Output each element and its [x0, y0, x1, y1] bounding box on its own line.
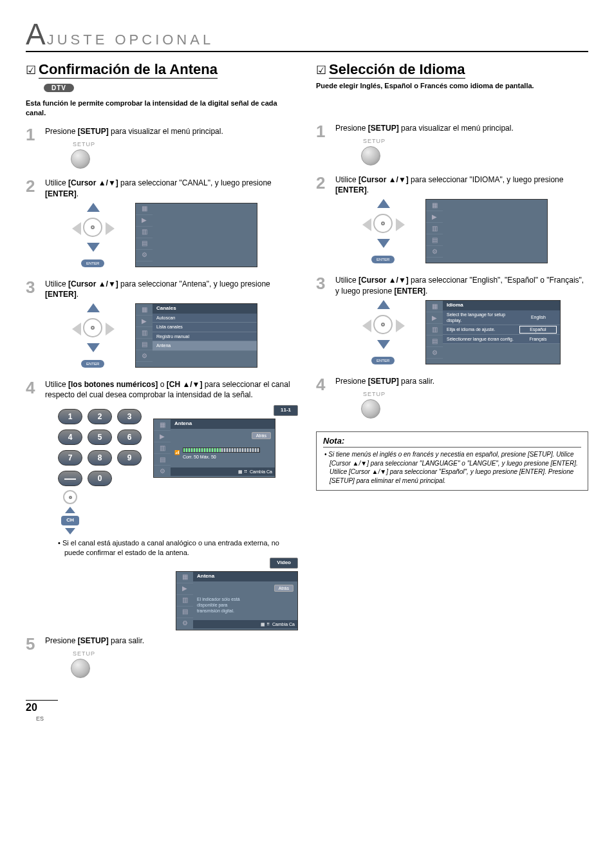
arrow-right-icon — [106, 323, 115, 335]
signal-meter-label: Corr. 50 Máx. 50 — [183, 454, 260, 460]
menu-icon: ▶ — [154, 431, 171, 442]
menu-icon: ▤ — [154, 454, 171, 466]
text: Utilice — [45, 380, 68, 389]
step-number: 1 — [316, 123, 329, 169]
section-title-language: Selección de Idioma — [329, 61, 465, 79]
osd-blank-menu: ▦▶▥▤⚙ — [425, 199, 548, 263]
enter-pill: ENTER — [81, 259, 104, 267]
ch-label: CH — [61, 516, 79, 525]
arrow-left-icon — [362, 218, 371, 231]
text: Utilice — [335, 175, 358, 184]
step-body: Utilice [Cursor ▲/▼] para seleccionar "C… — [45, 178, 298, 273]
setup-key-label: [SETUP] — [368, 377, 399, 386]
menu-icon: ▥ — [426, 324, 443, 335]
step-body: Utilice [los botones numéricos] o [CH ▲/… — [45, 379, 298, 630]
setup-key-label: [SETUP] — [78, 127, 109, 136]
numeric-buttons-label: [los botones numéricos] — [68, 380, 158, 389]
enter-pill: ENTER — [81, 360, 104, 368]
text: Presione — [45, 636, 78, 645]
osd-lang-value-selected: Español — [520, 326, 556, 332]
intro-text-right: Puede elegir Inglés, Español o Francés c… — [316, 81, 588, 90]
enter-pill: ENTER — [371, 357, 395, 364]
osd-blank-menu: ▦▶▥▤⚙ — [135, 203, 257, 267]
menu-icon: ⚙ — [426, 347, 443, 359]
menu-icon: ▦ — [426, 200, 443, 211]
step-row: 2 Utilice [Cursor ▲/▼] para seleccionar … — [316, 175, 588, 270]
step-number: 3 — [26, 279, 39, 374]
enter-key-label: [ENTER] — [45, 290, 77, 299]
ch-button-graphic: CH — [58, 490, 82, 534]
menu-icon: ▥ — [136, 327, 153, 339]
section-title-antenna: Confirmación de la Antena — [39, 61, 218, 79]
right-column: ☑ Selección de Idioma Puede elegir Inglé… — [316, 61, 588, 687]
setup-button-graphic — [361, 399, 380, 419]
text: para salir. — [109, 636, 144, 645]
antenna-icon: 📶 — [174, 449, 180, 455]
osd-header: Antena — [193, 572, 297, 581]
step-body: Utilice [Cursor ▲/▼] para seleccionar "A… — [45, 279, 298, 374]
back-button: Atrás — [274, 585, 293, 592]
checkbox-icon: ☑ — [26, 64, 36, 76]
menu-icon: ▶ — [136, 316, 153, 327]
arrow-right-icon — [396, 218, 405, 231]
dpad-graphic: ENTER — [361, 199, 406, 263]
key-button: 3 — [117, 409, 142, 424]
menu-icon: ▤ — [426, 234, 443, 246]
osd-lang-value: English — [521, 314, 556, 320]
step-number: 5 — [26, 636, 39, 682]
step-number: 4 — [26, 379, 39, 630]
enter-pill: ENTER — [371, 256, 395, 263]
osd-canales-menu: ▦▶▥▤⚙ Canales Autoscan Lista canales Reg… — [135, 303, 257, 368]
dpad-ring-icon — [373, 315, 393, 334]
enter-key-label: [ENTER] — [45, 189, 77, 198]
step-row: 5 Presione [SETUP] para salir. SETUP — [26, 636, 298, 682]
dtv-badge: DTV — [44, 84, 74, 92]
arrow-down-icon — [377, 239, 390, 248]
arrow-up-icon — [87, 303, 100, 312]
osd-header: Antena — [171, 419, 275, 429]
text: Utilice — [45, 178, 68, 187]
enter-key-label: [ENTER] — [394, 287, 425, 296]
osd-message-line: disponible para — [197, 602, 293, 608]
step-body: Presione [SETUP] para salir. SETUP — [45, 636, 298, 682]
dpad-ring-icon — [83, 218, 102, 237]
step-number: 3 — [316, 275, 329, 370]
page-footer: 20 ES — [26, 700, 58, 722]
step-number: 2 — [316, 175, 329, 270]
dpad-graphic: ENTER — [71, 303, 116, 368]
text: . — [77, 189, 79, 198]
menu-icon: ▦ — [176, 572, 193, 583]
menu-icon: ▥ — [154, 442, 171, 454]
text: para seleccionar "CANAL", y luego presio… — [118, 178, 272, 187]
numeric-keypad-graphic: 1 2 3 4 5 6 7 8 9 — 0 — [58, 409, 142, 486]
key-button: 4 — [58, 429, 82, 445]
text: o — [158, 380, 166, 389]
step-row: 1 Presione [SETUP] para visualizar el me… — [26, 126, 298, 173]
setup-label: SETUP — [363, 137, 588, 145]
text: para visualizar el menú principal. — [399, 124, 514, 133]
key-button: 5 — [88, 429, 112, 445]
setup-button-graphic — [71, 149, 90, 169]
osd-antena-signal: ▦▶▥▤⚙ Antena Atrás 📶 Corr. 50 Máx. 50 — [153, 419, 275, 478]
key-button: 0 — [88, 471, 112, 486]
text: Presione — [45, 127, 78, 136]
menu-icon: ▶ — [426, 211, 443, 223]
channel-indicator: 11-1 — [274, 405, 298, 416]
key-button: 7 — [58, 450, 82, 466]
cursor-key-label: [Cursor ▲/▼] — [358, 276, 409, 285]
arrow-down-icon — [87, 343, 100, 352]
osd-footer: ▦ ⠿Cambia Ca — [171, 467, 275, 476]
arrow-left-icon — [72, 323, 81, 335]
menu-icon: ⚙ — [426, 246, 443, 258]
key-button: 8 — [88, 450, 112, 466]
text: . — [77, 290, 79, 299]
setup-key-label: [SETUP] — [78, 636, 109, 645]
checkbox-icon: ☑ — [316, 64, 326, 76]
osd-lang-row: Elija el idioma de ajuste. Español — [443, 325, 560, 334]
arrow-up-icon — [377, 300, 390, 309]
text: . — [425, 287, 427, 296]
page-lang-code: ES — [36, 715, 44, 722]
dpad-graphic: ENTER — [361, 300, 406, 364]
osd-item: Registro manual — [153, 332, 257, 341]
back-button: Atrás — [252, 432, 271, 439]
